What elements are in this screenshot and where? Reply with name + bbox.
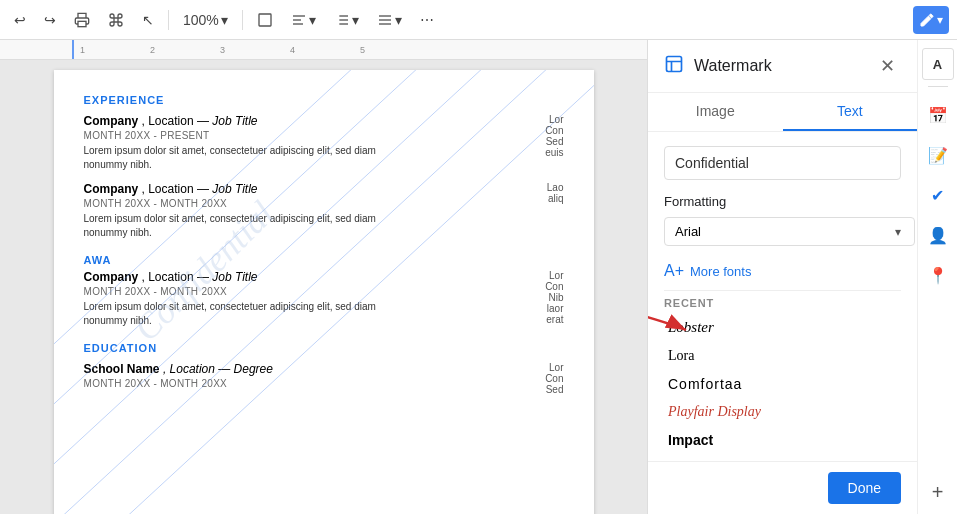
ruler-tick-1: 1 xyxy=(80,45,85,55)
job-2-content: Company , Location — Job Title MONTH 20X… xyxy=(84,182,504,250)
job-2-title: Company , Location — Job Title xyxy=(84,182,504,196)
panel-header: Watermark ✕ xyxy=(648,40,917,93)
list-type-button[interactable]: ▾ xyxy=(328,8,365,32)
job-1-right: LorConSedeuis xyxy=(504,114,564,158)
font-playfair[interactable]: Playfair Display xyxy=(664,398,901,426)
job-3-title: Company , Location — Job Title xyxy=(84,270,504,284)
ruler: 1 2 3 4 5 xyxy=(0,40,647,60)
ruler-tick-2: 2 xyxy=(150,45,155,55)
more-fonts-button[interactable]: A+ More fonts xyxy=(664,256,901,291)
lora-font-name: Lora xyxy=(668,348,694,364)
calendar-icon-button[interactable]: 📅 xyxy=(920,97,956,133)
zoom-selector[interactable]: 100% ▾ xyxy=(177,8,234,32)
job-1-title: Company , Location — Job Title xyxy=(84,114,504,128)
tab-text[interactable]: Text xyxy=(783,93,918,131)
tab-image[interactable]: Image xyxy=(648,93,783,131)
panel-tabs: Image Text xyxy=(648,93,917,132)
paint-format-button[interactable] xyxy=(102,8,130,32)
job-3-content: Company , Location — Job Title MONTH 20X… xyxy=(84,270,504,338)
document-area: 1 2 3 4 5 Confidential EX xyxy=(0,40,647,514)
indent-button[interactable]: ▾ xyxy=(371,8,408,32)
more-button[interactable]: ⋯ xyxy=(414,8,440,32)
job-1-date: MONTH 20XX - PRESENT xyxy=(84,130,504,141)
formatting-label: Formatting xyxy=(664,194,901,209)
font-lobster[interactable]: Lobster xyxy=(664,313,901,342)
ruler-tick-5: 5 xyxy=(360,45,365,55)
job-1-desc: Lorem ipsum dolor sit amet, consectetuer… xyxy=(84,144,504,172)
print-button[interactable] xyxy=(68,8,96,32)
font-lora[interactable]: Lora xyxy=(664,342,901,370)
notes-icon-button[interactable]: 📝 xyxy=(920,137,956,173)
education-school: School Name xyxy=(84,362,160,376)
recent-fonts-label: RECENT xyxy=(664,297,901,309)
page-layout-button[interactable] xyxy=(251,8,279,32)
watermark-panel: Watermark ✕ Image Text Formatting Arial … xyxy=(647,40,917,514)
job-1-row: Company , Location — Job Title MONTH 20X… xyxy=(84,114,564,182)
font-list-container: Lobster Lora Comfortaa Playfair Display … xyxy=(664,313,901,454)
toolbar: ↩ ↪ ↖ 100% ▾ ▾ ▾ xyxy=(0,0,957,40)
job-2-right: Laoaliq xyxy=(504,182,564,204)
job-3-date: MONTH 20XX - MONTH 20XX xyxy=(84,286,504,297)
job-2-location: , Location — xyxy=(142,182,213,196)
ruler-marker xyxy=(72,40,74,59)
job-2-jobtitle: Job Title xyxy=(212,182,257,196)
job-2-company: Company xyxy=(84,182,139,196)
svg-rect-1 xyxy=(259,14,271,26)
svg-rect-0 xyxy=(78,21,86,26)
add-apps-button[interactable]: + xyxy=(924,478,952,506)
job-1-jobtitle: Job Title xyxy=(212,114,257,128)
add-fonts-icon: A+ xyxy=(664,262,684,280)
ruler-tick-3: 3 xyxy=(220,45,225,55)
right-app-icons: 📅 📝 ✔ 👤 📍 xyxy=(920,97,956,293)
font-selector[interactable]: Arial Times New Roman Georgia xyxy=(664,217,915,246)
font-impact[interactable]: Impact xyxy=(664,426,901,454)
playfair-font-name: Playfair Display xyxy=(668,404,761,420)
document-scroll-area[interactable]: Confidential EXPERIENCE Company , Locati… xyxy=(0,60,647,514)
job-3-row: Company , Location — Job Title MONTH 20X… xyxy=(84,270,564,338)
panel-title-text: Watermark xyxy=(694,57,772,75)
comfortaa-font-name: Comfortaa xyxy=(668,376,742,392)
ruler-tick-4: 4 xyxy=(290,45,295,55)
education-school-line: School Name , Location — Degree xyxy=(84,362,273,376)
awards-heading: AWA xyxy=(84,254,564,266)
right-side-panel: A 📅 📝 ✔ 👤 📍 + xyxy=(917,40,957,514)
job-3-right: LorConNiblaorerat xyxy=(504,270,564,325)
insert-mode-button[interactable]: ▾ xyxy=(913,6,949,34)
cursor-button[interactable]: ↖ xyxy=(136,8,160,32)
job-3-location: , Location — xyxy=(142,270,213,284)
panel-footer: Done xyxy=(648,461,917,514)
job-2-desc: Lorem ipsum dolor sit amet, consectetuer… xyxy=(84,212,504,240)
job-2-row: Company , Location — Job Title MONTH 20X… xyxy=(84,182,564,250)
close-panel-button[interactable]: ✕ xyxy=(873,52,901,80)
panel-title-container: Watermark xyxy=(664,54,772,79)
watermark-text-input[interactable] xyxy=(664,146,901,180)
job-3-jobtitle: Job Title xyxy=(212,270,257,284)
education-content: School Name , Location — Degree MONTH 20… xyxy=(84,362,273,395)
tasks-icon-button[interactable]: ✔ xyxy=(920,177,956,213)
letter-size-button[interactable]: A xyxy=(922,48,954,80)
document-page[interactable]: Confidential EXPERIENCE Company , Locati… xyxy=(54,70,594,514)
undo-button[interactable]: ↩ xyxy=(8,8,32,32)
svg-rect-19 xyxy=(667,56,682,71)
done-button[interactable]: Done xyxy=(828,472,901,504)
education-date: MONTH 20XX - MONTH 20XX xyxy=(84,378,273,389)
font-select-row: Arial Times New Roman Georgia ▾ xyxy=(664,217,901,246)
education-row: School Name , Location — Degree MONTH 20… xyxy=(84,362,564,395)
job-3-company: Company xyxy=(84,270,139,284)
main-area: 1 2 3 4 5 Confidential EX xyxy=(0,40,957,514)
job-2-date: MONTH 20XX - MONTH 20XX xyxy=(84,198,504,209)
contacts-icon-button[interactable]: 👤 xyxy=(920,217,956,253)
panel-body: Formatting Arial Times New Roman Georgia… xyxy=(648,132,917,461)
education-degree: , Location — Degree xyxy=(163,362,273,376)
job-3-desc: Lorem ipsum dolor sit amet, consectetuer… xyxy=(84,300,504,328)
impact-font-name: Impact xyxy=(668,432,713,448)
redo-button[interactable]: ↪ xyxy=(38,8,62,32)
align-button[interactable]: ▾ xyxy=(285,8,322,32)
zoom-value: 100% xyxy=(183,12,219,28)
education-right: LorConSed xyxy=(504,362,564,395)
maps-icon-button[interactable]: 📍 xyxy=(920,257,956,293)
divider-2 xyxy=(242,10,243,30)
divider-1 xyxy=(168,10,169,30)
font-comfortaa[interactable]: Comfortaa xyxy=(664,370,901,398)
more-fonts-label: More fonts xyxy=(690,264,751,279)
